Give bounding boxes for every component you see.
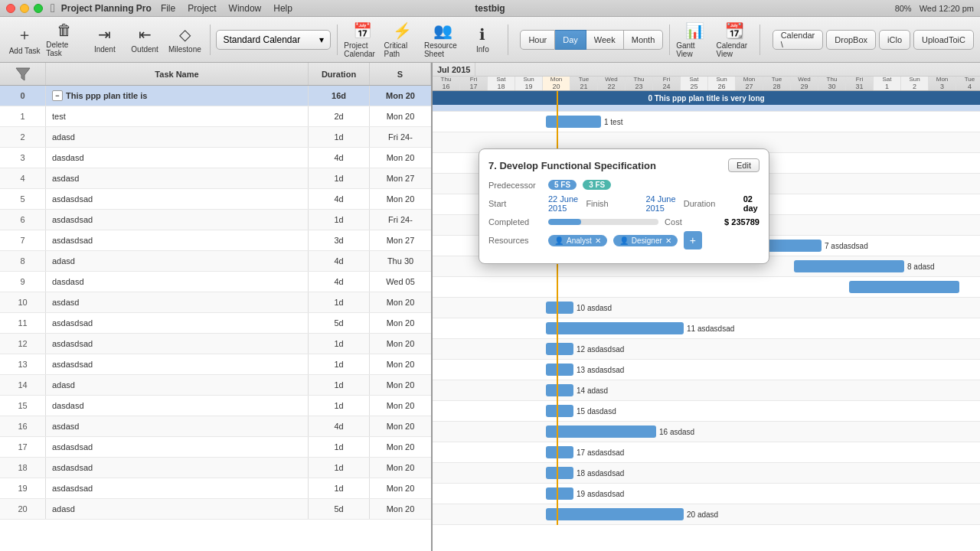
gantt-row: 18 asdasdsad: [433, 463, 980, 484]
calendar-cloud-btn[interactable]: Calendar \: [773, 30, 824, 50]
hour-view-btn[interactable]: Hour: [520, 30, 555, 50]
designer-person-icon: 👤: [619, 236, 629, 245]
task-name-cell: dasdasd: [46, 272, 309, 292]
task-row[interactable]: 19asdasdsad1dMon 20: [0, 478, 431, 499]
info-button[interactable]: ℹ Info: [464, 21, 501, 59]
calendar-view-button[interactable]: 📆 Calendar View: [716, 21, 753, 59]
task-id: 2: [0, 127, 46, 147]
gantt-bar-label: 1 test: [604, 118, 622, 126]
gantt-bar[interactable]: 20 adasd: [546, 508, 684, 520]
gantt-bar[interactable]: 18 asdasdsad: [546, 467, 573, 479]
cost-label: Cost: [665, 217, 718, 227]
gantt-day-cell: Tue28: [763, 77, 791, 90]
task-panel: Task Name Duration S 0−This ppp plan tit…: [0, 63, 433, 551]
close-button[interactable]: [6, 4, 15, 13]
gantt-bar[interactable]: 10 asdasd: [546, 302, 573, 314]
task-row[interactable]: 11asdasdsad5dMon 20: [0, 313, 431, 334]
delete-task-button[interactable]: 🗑 Delete Task: [46, 21, 83, 59]
gantt-view-label: Gantt View: [676, 41, 713, 58]
gantt-bar[interactable]: 15 dasdasd: [546, 405, 573, 417]
gantt-row: 19 asdasdsad: [433, 484, 980, 504]
iclo-btn[interactable]: iClo: [879, 30, 910, 50]
task-row[interactable]: 16asdasd4dMon 20: [0, 416, 431, 437]
gantt-bar[interactable]: 11 asdasdsad: [546, 322, 684, 334]
title-bar:  Project Planning Pro File Project Wind…: [0, 0, 980, 17]
menu-file[interactable]: File: [161, 3, 175, 14]
task-row[interactable]: 4asdasd1dMon 27: [0, 168, 431, 189]
gantt-view-button[interactable]: 📊 Gantt View: [676, 21, 713, 59]
week-view-btn[interactable]: Week: [586, 30, 624, 50]
minimize-button[interactable]: [20, 4, 29, 13]
upload-icloud-btn[interactable]: UploadToiC: [913, 30, 974, 50]
dropbox-btn[interactable]: DropBox: [826, 30, 876, 50]
popup-edit-button[interactable]: Edit: [728, 158, 760, 172]
task-row[interactable]: 7asdasdsad3dMon 27: [0, 230, 431, 251]
gantt-day-cell: Tue4: [956, 77, 980, 90]
resource-sheet-icon: 👥: [433, 21, 452, 40]
gantt-header: Jul 2015 Thu16Fri17Sat18Sun19Mon20Tue21W…: [433, 63, 980, 91]
indent-button[interactable]: ⇥ Indent: [87, 21, 123, 59]
analyst-remove-btn[interactable]: ✕: [595, 236, 601, 245]
task-row[interactable]: 18asdasdsad1dMon 20: [0, 458, 431, 478]
task-row[interactable]: 14adasd1dMon 20: [0, 375, 431, 396]
task-row[interactable]: 10asdasd1dMon 20: [0, 292, 431, 313]
outdent-button[interactable]: ⇤ Outdent: [126, 21, 163, 59]
gantt-bar[interactable]: 8 adasd: [794, 260, 904, 272]
month-view-btn[interactable]: Month: [624, 30, 664, 50]
gantt-bar[interactable]: 19 asdasdsad: [546, 487, 573, 500]
task-row[interactable]: 5asdasdsad4dMon 20: [0, 189, 431, 210]
gantt-bar[interactable]: [849, 281, 959, 293]
task-row[interactable]: 9dasdasd4dWed 05: [0, 272, 431, 292]
gantt-bar[interactable]: 1 test: [546, 116, 601, 128]
task-row[interactable]: 17asdasdsad1dMon 20: [0, 437, 431, 458]
task-start: Mon 20: [370, 106, 431, 126]
task-duration: 1d: [309, 127, 370, 147]
task-duration: 4d: [309, 416, 370, 436]
task-name-cell: asdasdsad: [46, 437, 309, 457]
gantt-bar[interactable]: 12 asdasdsad: [546, 343, 573, 355]
progress-bar[interactable]: [548, 219, 658, 225]
menu-help[interactable]: Help: [273, 3, 292, 14]
task-start: Mon 27: [370, 230, 431, 250]
task-row[interactable]: 0−This ppp plan title is16dMon 20: [0, 86, 431, 106]
gantt-day-cell: Sat25: [681, 77, 708, 90]
calendar-dropdown[interactable]: Standard Calendar ▾: [216, 30, 331, 50]
task-row[interactable]: 6asdasdsad1dFri 24-: [0, 210, 431, 230]
designer-remove-btn[interactable]: ✕: [665, 236, 671, 245]
gantt-day-cell: Fri31: [846, 77, 874, 90]
menu-window[interactable]: Window: [229, 3, 262, 14]
project-calendar-button[interactable]: 📅 Project Calendar: [344, 21, 381, 59]
day-view-btn[interactable]: Day: [555, 30, 586, 50]
gantt-bar[interactable]: 13 asdasdsad: [546, 364, 573, 376]
task-row[interactable]: 2adasd1dFri 24-: [0, 127, 431, 148]
task-row[interactable]: 3dasdasd4dMon 20: [0, 148, 431, 168]
task-id: 12: [0, 334, 46, 354]
task-row[interactable]: 15dasdasd1dMon 20: [0, 396, 431, 416]
task-row[interactable]: 13asdasdsad1dMon 20: [0, 354, 431, 375]
task-id: 16: [0, 416, 46, 436]
task-duration: 4d: [309, 189, 370, 209]
task-row[interactable]: 20adasd5dMon 20: [0, 499, 431, 520]
task-duration: 4d: [309, 272, 370, 292]
collapse-btn[interactable]: −: [52, 90, 63, 101]
gantt-bar[interactable]: 17 asdasdsad: [546, 446, 573, 458]
maximize-button[interactable]: [34, 4, 43, 13]
task-row[interactable]: 1test2dMon 20: [0, 106, 431, 127]
filter-icon[interactable]: [0, 63, 46, 85]
resource-sheet-button[interactable]: 👥 Resource Sheet: [424, 21, 461, 59]
add-resource-button[interactable]: +: [684, 231, 702, 249]
critical-path-icon: ⚡: [393, 21, 412, 40]
menu-project[interactable]: Project: [188, 3, 216, 14]
gantt-bar[interactable]: 16 asdasd: [546, 425, 656, 438]
add-task-button[interactable]: ＋ Add Task: [6, 21, 43, 59]
milestone-button[interactable]: ◇ Milestone: [166, 21, 203, 59]
task-id: 10: [0, 292, 46, 312]
task-start: Mon 20: [370, 313, 431, 333]
gantt-day-cell: Fri24: [653, 77, 681, 90]
milestone-icon: ◇: [179, 25, 191, 44]
gantt-bar[interactable]: 14 adasd: [546, 384, 573, 396]
critical-path-button[interactable]: ⚡ Critical Path: [384, 21, 421, 59]
task-row[interactable]: 12asdasdsad1dMon 20: [0, 334, 431, 354]
task-row[interactable]: 8adasd4dThu 30: [0, 251, 431, 272]
main-content: Task Name Duration S 0−This ppp plan tit…: [0, 63, 980, 551]
